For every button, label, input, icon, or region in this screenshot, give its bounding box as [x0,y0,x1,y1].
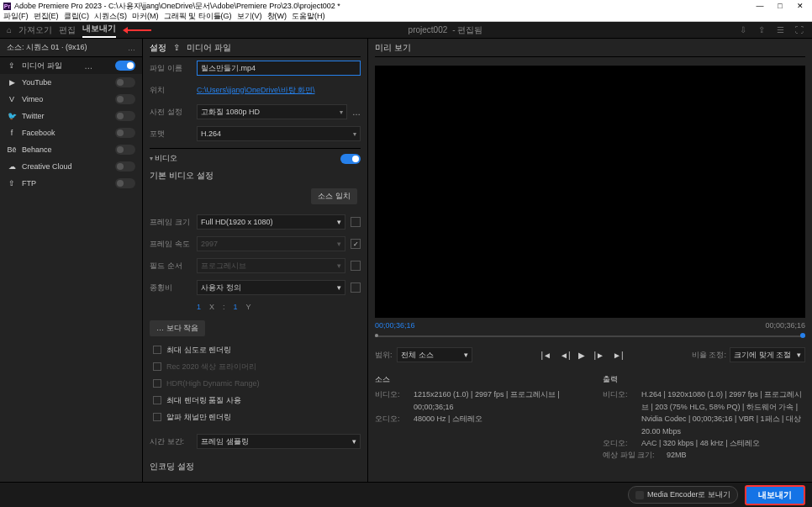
workspace-icon[interactable]: ☰ [777,25,787,35]
timecode-duration: 00;00;36;16 [765,321,805,330]
dest-behance-toggle[interactable] [115,145,135,155]
dest-media-file-toggle[interactable] [115,61,135,71]
mode-export[interactable]: 내보내기 [82,23,116,38]
aspect-label: 종횡비 [150,283,192,293]
menu-view[interactable]: 보기(V) [237,11,262,22]
dest-twitter-toggle[interactable] [115,111,135,121]
time-interp-select[interactable]: 프레임 샘플링▾ [197,434,361,449]
menu-file[interactable]: 파일(F) [3,11,29,22]
output-audio-key: 오디오: [603,437,636,449]
dest-facebook-toggle[interactable] [115,128,135,138]
source-video-value: 1215x2160 (1.0) | 2997 fps | 프로그레시브 | 00… [414,388,577,413]
settings-tab[interactable]: 설정 [150,42,166,54]
chevron-down-icon: ▾ [337,261,341,270]
max-depth-checkbox[interactable] [153,346,161,354]
chevron-down-icon: ▾ [340,108,343,116]
preview-panel: 미리 보기 00;00;36;16 00;00;36;16 범위: 전체 소스▾… [368,39,812,482]
step-forward-button[interactable]: |► [593,351,604,360]
menu-window[interactable]: 창(W) [267,11,287,22]
timecode-current[interactable]: 00;00;36;16 [375,321,415,330]
mode-import[interactable]: 가져오기 [18,24,52,36]
scale-select[interactable]: 크기에 맞게 조절▾ [730,347,805,362]
behance-icon: Bē [7,145,17,155]
video-section-label[interactable]: 비디오 [155,154,177,162]
aspect-match-checkbox[interactable] [351,283,361,293]
est-size-key: 예상 파일 크기: [603,449,662,461]
filename-label: 파일 이름 [150,63,192,74]
aspect-x-value[interactable]: 1 [197,303,201,311]
window-title: Adobe Premiere Pro 2023 - C:\사용자\jjang\O… [14,1,340,12]
dest-twitter[interactable]: 🐦Twitter [0,108,142,124]
dest-vimeo[interactable]: VVimeo [0,91,142,108]
video-section-toggle[interactable] [340,154,361,164]
dest-youtube-toggle[interactable] [115,77,135,87]
hdr-checkbox [153,379,161,388]
dest-vimeo-toggle[interactable] [115,94,135,104]
output-audio-value: AAC | 320 kbps | 48 kHz | 스테레오 [641,437,805,449]
field-order-match-checkbox[interactable] [351,261,361,271]
dest-behance[interactable]: BēBehance [0,141,142,158]
quick-export-icon[interactable]: ⇩ [740,25,750,35]
format-select[interactable]: H.264▾ [197,126,361,141]
go-to-in-button[interactable]: |◄ [540,351,551,360]
aspect-select[interactable]: 사용자 정의▾ [197,280,345,295]
play-button[interactable]: ▶ [578,351,585,360]
home-icon[interactable]: ⌂ [7,25,12,34]
mode-edit[interactable]: 편집 [59,24,76,36]
dest-youtube[interactable]: ▶YouTube [0,74,142,91]
window-maximize[interactable]: □ [775,2,785,10]
range-select[interactable]: 전체 소스▾ [397,347,472,362]
source-menu[interactable]: … [128,44,135,52]
send-to-media-encoder-button[interactable]: Media Encoder로 보내기 [628,486,738,504]
show-less-button[interactable]: … 보다 작음 [150,320,205,336]
menu-sequence[interactable]: 시퀀스(S) [94,11,127,22]
source-match-button[interactable]: 소스 일치 [311,188,357,204]
filename-input[interactable] [197,61,361,76]
step-back-button[interactable]: ◄| [560,351,571,360]
dest-cc-toggle[interactable] [115,161,135,172]
menu-graphics[interactable]: 그래픽 및 타이틀(G) [164,11,232,22]
chevron-down-icon: ▾ [337,240,341,248]
preset-menu[interactable]: … [352,108,361,117]
fullscreen-icon[interactable]: ⛶ [795,25,805,35]
frame-rate-select[interactable]: 2997▾ [197,236,345,251]
window-minimize[interactable]: — [755,2,765,10]
menu-marker[interactable]: 마커(M) [132,11,159,22]
alpha-only-checkbox[interactable] [153,413,161,421]
encoding-settings-label: 인코딩 설정 [150,461,361,473]
basic-video-label: 기본 비디오 설정 [150,170,361,182]
field-order-select[interactable]: 프로그레시브▾ [197,258,345,273]
dest-media-file[interactable]: ⇪미디어 파일 … [0,57,142,74]
menu-edit[interactable]: 편집(E) [34,11,59,22]
timeline-playhead[interactable] [800,333,805,338]
dest-media-file-menu[interactable]: … [84,61,92,71]
dest-ftp[interactable]: ⇧FTP [0,175,142,192]
timeline-in-point[interactable] [375,334,378,337]
go-to-out-button[interactable]: ►| [613,351,624,360]
menu-clip[interactable]: 클립(C) [64,11,90,22]
time-interp-label: 시간 보간: [150,436,192,447]
window-close[interactable]: ✕ [795,2,805,10]
aspect-y-value[interactable]: 1 [234,303,238,311]
annotation-arrow [123,27,151,34]
source-label: 소스: [7,43,24,51]
dest-ftp-toggle[interactable] [115,178,135,188]
frame-rate-match-checkbox[interactable] [351,239,361,249]
dest-facebook[interactable]: fFacebook [0,124,142,141]
dest-creative-cloud[interactable]: ☁Creative Cloud [0,158,142,175]
share-icon[interactable]: ⇪ [758,25,768,35]
preset-select[interactable]: 고화질 1080p HD▾ [197,104,347,119]
max-depth-label: 최대 심도로 렌더링 [166,345,231,356]
scale-label: 비율 조정: [692,350,726,361]
menu-help[interactable]: 도움말(H) [292,11,325,22]
preview-timeline[interactable] [375,331,805,341]
settings-subtab-label: 미디어 파일 [187,42,231,54]
location-link[interactable]: C:\Users\jjang\OneDrive\바탕 화면\ [197,85,361,96]
export-button[interactable]: 내보내기 [745,485,805,505]
preview-canvas [375,66,805,318]
frame-size-match-checkbox[interactable] [351,217,361,227]
format-label: 포맷 [150,129,192,140]
max-quality-checkbox[interactable] [153,396,161,404]
frame-size-label: 프레임 크기 [150,217,192,228]
frame-size-select[interactable]: Full HD(1920 x 1080)▾ [197,214,345,230]
